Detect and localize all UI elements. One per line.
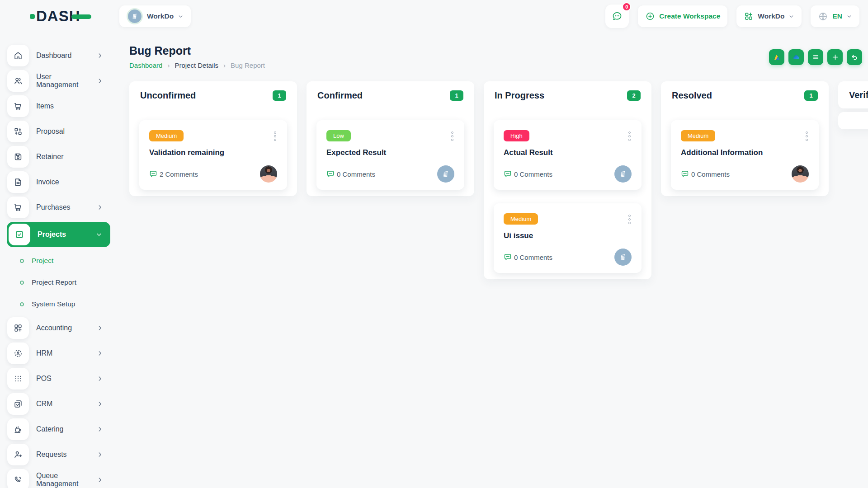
grid-add-icon — [744, 11, 754, 21]
sidebar-item-hrm[interactable]: HRM — [7, 343, 103, 364]
assignee-avatar[interactable] — [792, 165, 809, 183]
chevron-right-icon — [97, 78, 103, 84]
assignee-avatar[interactable] — [260, 165, 277, 183]
card-title: Ui issue — [504, 231, 632, 240]
floppy-icon — [7, 146, 29, 168]
task-card[interactable]: Medium Validation remaining 2 Comments — [139, 120, 287, 190]
sidebar-item-dashboard[interactable]: Dashboard — [7, 45, 103, 66]
column-body: High Actual Result 0 Comments — [484, 110, 651, 279]
card-menu-button[interactable] — [805, 130, 809, 142]
cart-icon — [7, 95, 29, 117]
column-title: Verified — [849, 90, 868, 100]
column-verified: Verified — [838, 81, 868, 129]
column-count-badge: 1 — [450, 90, 463, 101]
add-stage-button[interactable] — [827, 49, 843, 65]
app-root: DASH WorkDo — [0, 0, 868, 488]
column-title: Confirmed — [317, 90, 363, 101]
sidebar-item-catering[interactable]: Catering — [7, 418, 103, 440]
chevron-right-icon — [97, 325, 103, 331]
task-card[interactable]: Medium Additional Information 0 Comments — [671, 120, 819, 190]
google-drive-button[interactable] — [769, 49, 784, 65]
sidebar-subitem-project[interactable]: Project — [7, 250, 119, 272]
sidebar-item-crm[interactable]: CRM — [7, 393, 103, 415]
comments-count: 0 Comments — [504, 253, 552, 261]
breadcrumb-separator: › — [223, 61, 226, 69]
comment-icon — [504, 170, 512, 178]
comments-count: 0 Comments — [504, 170, 552, 178]
create-workspace-label: Create Workspace — [659, 12, 720, 20]
column-body: Low Expected Result 0 Comments — [307, 110, 474, 196]
topbar-actions: 0 Create Workspace Wor — [605, 5, 868, 28]
sidebar-item-user-management[interactable]: User Management — [7, 70, 103, 92]
chat-icon — [611, 10, 623, 22]
breadcrumb-separator: › — [167, 61, 170, 69]
building-icon — [441, 169, 450, 178]
sidebar-item-requests[interactable]: Requests — [7, 444, 103, 465]
column-count-badge: 2 — [627, 90, 641, 101]
list-icon — [812, 53, 820, 61]
sidebar-subitem-project-report[interactable]: Project Report — [7, 272, 119, 293]
card-menu-button[interactable] — [627, 213, 632, 225]
sidebar-item-retainer[interactable]: Retainer — [7, 146, 103, 168]
page-header: Bug Report Dashboard › Project Details ›… — [129, 44, 868, 69]
assignee-avatar[interactable] — [437, 165, 454, 183]
app-logo[interactable]: DASH — [0, 8, 119, 25]
card-menu-button[interactable] — [450, 130, 454, 142]
task-card[interactable]: Medium Ui issue 0 Comments — [494, 203, 642, 273]
column-body: Medium Additional Information 0 Comments — [661, 110, 829, 196]
breadcrumb: Dashboard › Project Details › Bug Report — [129, 61, 868, 69]
logo-dash-icon — [71, 14, 91, 19]
checkbox-icon — [9, 224, 30, 245]
sidebar-item-items[interactable]: Items — [7, 95, 103, 117]
messages-button[interactable]: 0 — [605, 5, 629, 28]
building-icon — [618, 253, 627, 262]
app-switcher-button[interactable]: WorkDo — [736, 5, 802, 27]
workspace-selector[interactable]: WorkDo — [119, 5, 191, 27]
back-button[interactable] — [847, 49, 862, 65]
assignee-avatar[interactable] — [614, 165, 632, 183]
task-card[interactable]: High Actual Result 0 Comments — [494, 120, 642, 190]
plus-icon — [831, 53, 839, 61]
document-icon — [7, 171, 29, 193]
breadcrumb-project-details[interactable]: Project Details — [175, 61, 218, 69]
onedrive-button[interactable] — [788, 49, 804, 65]
sidebar-item-invoice[interactable]: Invoice — [7, 171, 103, 193]
card-menu-button[interactable] — [273, 130, 277, 142]
column-header: Unconfirmed 1 — [129, 81, 297, 110]
card-menu-button[interactable] — [627, 130, 632, 142]
column-count-badge: 1 — [273, 90, 286, 101]
chevron-right-icon — [97, 375, 103, 382]
sidebar-item-projects[interactable]: Projects — [7, 222, 110, 247]
dots-grid-icon — [7, 368, 29, 389]
sidebar-item-queue-management[interactable]: Queue Management — [7, 469, 103, 488]
bullet-icon — [20, 281, 24, 285]
column-title: Resolved — [672, 90, 712, 101]
column-header: Confirmed 1 — [307, 81, 474, 110]
create-workspace-button[interactable]: Create Workspace — [638, 5, 727, 27]
exchange-icon — [7, 121, 29, 142]
topbar: DASH WorkDo — [0, 0, 868, 33]
coffee-cup-icon — [7, 418, 29, 440]
sidebar-item-accounting[interactable]: Accounting — [7, 317, 103, 339]
workspace-name: WorkDo — [147, 12, 174, 20]
sidebar-item-purchases[interactable]: Purchases — [7, 197, 103, 218]
sidebar: Dashboard User Management — [0, 33, 119, 488]
priority-badge: Low — [326, 130, 351, 141]
column-title: Unconfirmed — [140, 90, 196, 101]
sidebar-item-proposal[interactable]: Proposal — [7, 121, 103, 142]
task-card[interactable]: Low Expected Result 0 Comments — [316, 120, 464, 190]
phone-icon — [7, 469, 29, 488]
grid-plus-icon — [7, 317, 29, 339]
comment-icon — [149, 170, 157, 178]
language-selector[interactable]: EN — [811, 5, 859, 27]
breadcrumb-dashboard[interactable]: Dashboard — [129, 61, 162, 69]
sidebar-item-pos[interactable]: POS — [7, 368, 103, 389]
main-content: Bug Report Dashboard › Project Details ›… — [119, 33, 868, 488]
chevron-right-icon — [97, 52, 103, 59]
list-view-button[interactable] — [808, 49, 823, 65]
assignee-avatar[interactable] — [614, 249, 632, 266]
card-title: Expected Result — [326, 148, 454, 157]
column-body: Medium Validation remaining 2 Comments — [129, 110, 297, 196]
sidebar-subitem-system-setup[interactable]: System Setup — [7, 293, 119, 315]
comment-icon — [681, 170, 689, 178]
